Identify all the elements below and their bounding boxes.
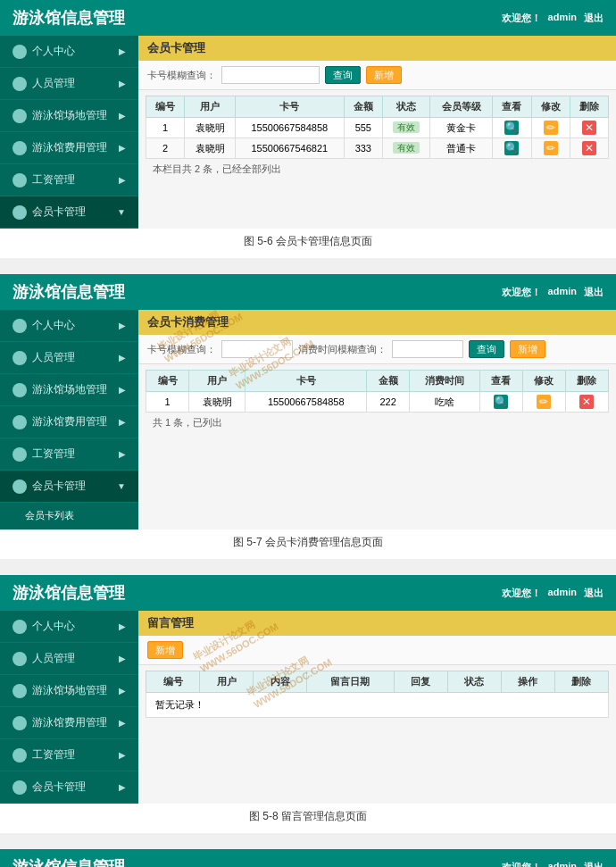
status-badge: 有效	[393, 121, 420, 133]
sidebar-label-salary-3: 工资管理	[32, 747, 75, 763]
col-view: 查看	[479, 371, 522, 392]
cell-edit[interactable]: ✏	[522, 392, 565, 413]
people-icon-1	[12, 77, 27, 91]
logout-btn-4[interactable]: 退出	[584, 861, 604, 868]
cell-view[interactable]: 🔍	[493, 138, 531, 159]
arrow-venue-1: ▶	[119, 111, 126, 121]
sidebar-item-personal-3[interactable]: 个人中心 ▶	[0, 611, 138, 643]
cell-view[interactable]: 🔍	[479, 392, 522, 413]
edit-icon[interactable]: ✏	[544, 141, 558, 155]
sidebar-item-fee-1[interactable]: 游泳馆费用管理 ▶	[0, 132, 138, 164]
col-amount-1: 金额	[344, 96, 382, 118]
cell-amount: 222	[367, 392, 410, 413]
cell-view[interactable]: 🔍	[493, 118, 531, 138]
sidebar-item-venue-1[interactable]: 游泳馆场地管理 ▶	[0, 100, 138, 132]
admin-name-4[interactable]: admin	[548, 861, 577, 868]
app-title-2: 游泳馆信息管理	[12, 281, 125, 303]
cell-time: 吃啥	[410, 392, 479, 413]
col-op: 操作	[501, 671, 554, 693]
main-content-3: 毕业设计论文网WWW.56DOC.COM 毕业设计论文网WWW.56DOC.CO…	[138, 611, 616, 804]
section-messages: 游泳馆信息管理 欢迎您！ admin 退出 个人中心 ▶ 人员管理 ▶	[0, 575, 616, 833]
sidebar-label-card-1: 会员卡管理	[32, 204, 86, 220]
table-summary-2: 共 1 条，已列出	[146, 413, 609, 433]
sidebar-item-staff-1[interactable]: 人员管理 ▶	[0, 68, 138, 100]
submenu-item-cardlist-2[interactable]: 会员卡列表	[0, 503, 138, 529]
cell-card: 15500667546821	[235, 138, 344, 159]
admin-name-2[interactable]: admin	[548, 286, 577, 299]
search-input-time-2[interactable]	[392, 340, 463, 358]
sidebar-item-card-2[interactable]: 会员卡管理 ▼	[0, 471, 138, 503]
delete-icon[interactable]: ✕	[582, 141, 596, 155]
welcome-text-4: 欢迎您！	[502, 861, 541, 868]
sidebar-item-staff-3[interactable]: 人员管理 ▶	[0, 643, 138, 675]
sidebar-item-salary-2[interactable]: 工资管理 ▶	[0, 438, 138, 471]
col-status-1: 状态	[382, 96, 429, 118]
sidebar-item-card-1[interactable]: 会员卡管理 ▼	[0, 196, 138, 229]
col-reply: 回复	[394, 671, 447, 693]
delete-icon[interactable]: ✕	[582, 121, 596, 135]
sidebar-item-fee-2[interactable]: 游泳馆费用管理 ▶	[0, 406, 138, 438]
col-date: 留言日期	[307, 671, 395, 693]
layout-1: 个人中心 ▶ 人员管理 ▶ 游泳馆场地管理 ▶	[0, 36, 616, 229]
sidebar-item-venue-3[interactable]: 游泳馆场地管理 ▶	[0, 675, 138, 707]
sidebar-item-staff-2[interactable]: 人员管理 ▶	[0, 342, 138, 374]
sidebar-item-personal-2[interactable]: 个人中心 ▶	[0, 310, 138, 342]
cell-edit[interactable]: ✏	[531, 138, 570, 159]
table-wrap-2: 编号 用户 卡号 金额 消费时间 查看 修改 删除 1	[138, 364, 616, 438]
app-header-1: 游泳馆信息管理 欢迎您！ admin 退出	[0, 0, 616, 36]
sidebar-item-card-3[interactable]: 会员卡管理 ▶	[0, 771, 138, 804]
toolbar-1: 卡号模糊查询： 查询 新增	[138, 61, 616, 90]
admin-name-1[interactable]: admin	[548, 12, 577, 25]
cell-del[interactable]: ✕	[570, 118, 608, 138]
cell-del[interactable]: ✕	[570, 138, 608, 159]
cell-level: 黄金卡	[429, 118, 492, 138]
col-amount: 金额	[367, 371, 410, 392]
sidebar-item-personal-1[interactable]: 个人中心 ▶	[0, 36, 138, 68]
sidebar-item-fee-3[interactable]: 游泳馆费用管理 ▶	[0, 707, 138, 739]
main-content-2: 毕业设计论文网WWW.56DOC.COM 毕业设计论文网WWW.56DOC.CO…	[138, 310, 616, 529]
add-btn-1[interactable]: 新增	[366, 66, 402, 84]
logout-btn-2[interactable]: 退出	[584, 286, 604, 299]
view-icon[interactable]: 🔍	[494, 395, 508, 409]
add-btn-3[interactable]: 新增	[147, 641, 183, 659]
search-btn-1[interactable]: 查询	[325, 66, 361, 84]
welcome-text-2: 欢迎您！	[502, 286, 541, 299]
logout-btn-1[interactable]: 退出	[584, 12, 604, 25]
app-title-1: 游泳馆信息管理	[12, 7, 125, 29]
sidebar-item-salary-3[interactable]: 工资管理 ▶	[0, 739, 138, 771]
cell-del[interactable]: ✕	[565, 392, 608, 413]
cell-edit[interactable]: ✏	[531, 118, 570, 138]
header-right-2: 欢迎您！ admin 退出	[502, 286, 604, 299]
fee-icon-3	[12, 716, 27, 730]
edit-icon[interactable]: ✏	[544, 121, 558, 135]
table-wrap-1: 编号 用户 卡号 金额 状态 会员等级 查看 修改 删除	[138, 90, 616, 185]
table-summary-1: 本栏目共 2 条，已经全部列出	[146, 159, 609, 179]
pool-icon-3	[12, 684, 27, 698]
view-icon[interactable]: 🔍	[504, 121, 519, 135]
sidebar-item-venue-2[interactable]: 游泳馆场地管理 ▶	[0, 374, 138, 406]
fee-icon-1	[12, 141, 27, 155]
cell-no: 1	[146, 118, 185, 138]
logout-btn-3[interactable]: 退出	[584, 587, 604, 600]
col-no: 编号	[146, 671, 200, 693]
header-right-1: 欢迎您！ admin 退出	[502, 12, 604, 25]
col-level-1: 会员等级	[429, 96, 492, 118]
delete-icon[interactable]: ✕	[579, 395, 594, 409]
main-content-1: 会员卡管理 卡号模糊查询： 查询 新增 编号 用户 卡号 金额 状态	[138, 36, 616, 229]
col-edit: 修改	[522, 371, 565, 392]
view-icon[interactable]: 🔍	[504, 141, 519, 155]
sidebar-label-card-3: 会员卡管理	[32, 779, 86, 795]
layout-3: 个人中心 ▶ 人员管理 ▶ 游泳馆场地管理 ▶	[0, 611, 616, 804]
sidebar-label-personal-3: 个人中心	[32, 619, 75, 634]
person-icon-3	[12, 620, 27, 634]
app-header-3: 游泳馆信息管理 欢迎您！ admin 退出	[0, 575, 616, 611]
admin-name-3[interactable]: admin	[548, 587, 577, 600]
search-btn-2[interactable]: 查询	[469, 340, 504, 358]
sidebar-item-salary-1[interactable]: 工资管理 ▶	[0, 164, 138, 196]
col-user: 用户	[189, 371, 246, 392]
search-input-card-2[interactable]	[221, 340, 293, 358]
consumption-table: 编号 用户 卡号 金额 消费时间 查看 修改 删除 1	[146, 370, 609, 413]
search-input-1[interactable]	[221, 66, 320, 84]
add-btn-2[interactable]: 新增	[510, 340, 545, 358]
edit-icon[interactable]: ✏	[537, 395, 551, 409]
